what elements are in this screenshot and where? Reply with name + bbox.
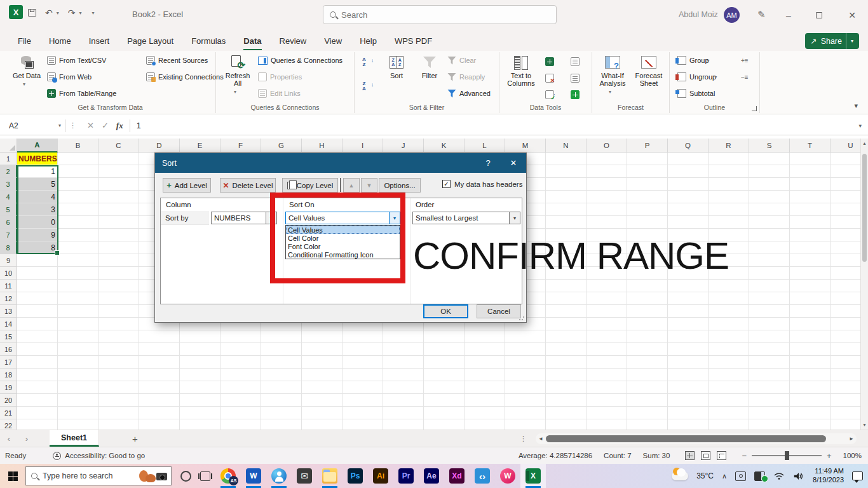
cell-C21[interactable] <box>98 407 139 419</box>
share-button[interactable]: ↗ Share ▾ <box>805 33 859 49</box>
cell-T10[interactable] <box>790 267 831 280</box>
cell-T8[interactable] <box>790 241 831 254</box>
cell-P18[interactable] <box>627 369 668 381</box>
cell-P1[interactable] <box>627 152 668 165</box>
prev-sheet-icon[interactable]: ‹ <box>0 434 18 444</box>
taskbar-mail-icon[interactable]: ✉ <box>292 464 317 488</box>
cell-E16[interactable] <box>180 343 220 356</box>
row-header-8[interactable]: 8 <box>0 241 17 254</box>
cell-J22[interactable] <box>383 419 424 430</box>
cell-F18[interactable] <box>220 369 261 381</box>
cell-N12[interactable] <box>546 292 587 305</box>
cell-B18[interactable] <box>58 369 98 381</box>
cell-T12[interactable] <box>790 292 831 305</box>
cell-J21[interactable] <box>383 407 424 419</box>
scroll-left-icon[interactable]: ◄ <box>536 436 546 442</box>
cell-Q21[interactable] <box>668 407 709 419</box>
cell-L18[interactable] <box>465 369 505 381</box>
cell-T15[interactable] <box>790 330 831 343</box>
cell-E15[interactable] <box>180 330 220 343</box>
cell-J19[interactable] <box>383 381 424 394</box>
add-level-button[interactable]: +Add Level <box>163 178 211 193</box>
cell-T20[interactable] <box>790 394 831 407</box>
cell-K15[interactable] <box>424 330 465 343</box>
tab-view[interactable]: View <box>315 30 351 51</box>
cell-P22[interactable] <box>627 419 668 430</box>
confirm-entry-icon[interactable]: ✓ <box>102 121 109 130</box>
cell-N18[interactable] <box>546 369 587 381</box>
cell-C13[interactable] <box>98 305 139 318</box>
cell-N14[interactable] <box>546 318 587 330</box>
taskbar-wps-icon[interactable]: W <box>495 464 520 488</box>
cell-P6[interactable] <box>627 216 668 229</box>
cell-A13[interactable] <box>17 305 58 318</box>
cell-C11[interactable] <box>98 280 139 292</box>
cell-S4[interactable] <box>749 191 790 203</box>
cell-L15[interactable] <box>465 330 505 343</box>
cell-O18[interactable] <box>587 369 627 381</box>
tab-page-layout[interactable]: Page Layout <box>118 30 182 51</box>
cell-S11[interactable] <box>749 280 790 292</box>
select-all-corner[interactable] <box>0 139 17 152</box>
column-header-T[interactable]: T <box>790 139 831 152</box>
clock[interactable]: 11:49 AM 8/19/2023 <box>813 467 844 485</box>
cell-S21[interactable] <box>749 407 790 419</box>
column-header-M[interactable]: M <box>505 139 546 152</box>
row-header-12[interactable]: 12 <box>0 292 17 305</box>
cell-P2[interactable] <box>627 165 668 178</box>
tab-file[interactable]: File <box>9 30 40 51</box>
cell-N17[interactable] <box>546 356 587 369</box>
cell-R15[interactable] <box>709 330 749 343</box>
horizontal-scroll-thumb[interactable] <box>546 435 826 442</box>
vertical-scroll-thumb[interactable] <box>862 154 867 262</box>
cell-B3[interactable] <box>58 178 98 191</box>
cell-B12[interactable] <box>58 292 98 305</box>
page-break-view-icon[interactable] <box>717 451 726 460</box>
cell-I15[interactable] <box>342 330 383 343</box>
cell-O2[interactable] <box>587 165 627 178</box>
cell-B22[interactable] <box>58 419 98 430</box>
minimize-button[interactable]: – <box>774 0 803 30</box>
restore-button[interactable] <box>804 0 834 30</box>
column-header-E[interactable]: E <box>180 139 220 152</box>
cell-A8[interactable]: 8 <box>17 241 58 254</box>
task-view-icon[interactable] <box>200 471 210 481</box>
taskbar-photoshop-icon[interactable]: Ps <box>342 464 368 488</box>
cell-P3[interactable] <box>627 178 668 191</box>
cell-Q12[interactable] <box>668 292 709 305</box>
cell-I16[interactable] <box>342 343 383 356</box>
cell-D15[interactable] <box>139 330 180 343</box>
remove-duplicates-button[interactable]: ✕ <box>545 71 554 85</box>
cell-P12[interactable] <box>627 292 668 305</box>
cell-O11[interactable] <box>587 280 627 292</box>
cell-P15[interactable] <box>627 330 668 343</box>
new-sheet-button[interactable]: + <box>132 433 138 444</box>
cell-G16[interactable] <box>261 343 302 356</box>
cell-G17[interactable] <box>261 356 302 369</box>
cell-R13[interactable] <box>709 305 749 318</box>
cell-T5[interactable] <box>790 203 831 216</box>
taskbar-edge-profile-icon[interactable] <box>266 464 292 488</box>
accessibility-status[interactable]: Accessibility: Good to go <box>65 452 145 459</box>
cell-G18[interactable] <box>261 369 302 381</box>
page-layout-view-icon[interactable] <box>701 451 710 460</box>
cell-R18[interactable] <box>709 369 749 381</box>
cell-I21[interactable] <box>342 407 383 419</box>
hide-detail-button[interactable]: −≡ <box>741 70 749 84</box>
cell-R2[interactable] <box>709 165 749 178</box>
taskbar-chrome-icon[interactable]: AS <box>215 464 241 488</box>
cell-A4[interactable]: 4 <box>17 191 58 203</box>
cell-B19[interactable] <box>58 381 98 394</box>
tab-review[interactable]: Review <box>271 30 316 51</box>
sort-descending-icon[interactable]: ZA <box>362 81 366 92</box>
from-web-button[interactable]: From Web <box>47 70 92 84</box>
cell-A3[interactable]: 5 <box>17 178 58 191</box>
cell-O20[interactable] <box>587 394 627 407</box>
cell-T21[interactable] <box>790 407 831 419</box>
advanced-filter-button[interactable]: Advanced <box>447 86 491 100</box>
cell-A9[interactable] <box>17 254 58 267</box>
cell-B14[interactable] <box>58 318 98 330</box>
cell-A20[interactable] <box>17 394 58 407</box>
column-header-O[interactable]: O <box>587 139 627 152</box>
cell-T9[interactable] <box>790 254 831 267</box>
